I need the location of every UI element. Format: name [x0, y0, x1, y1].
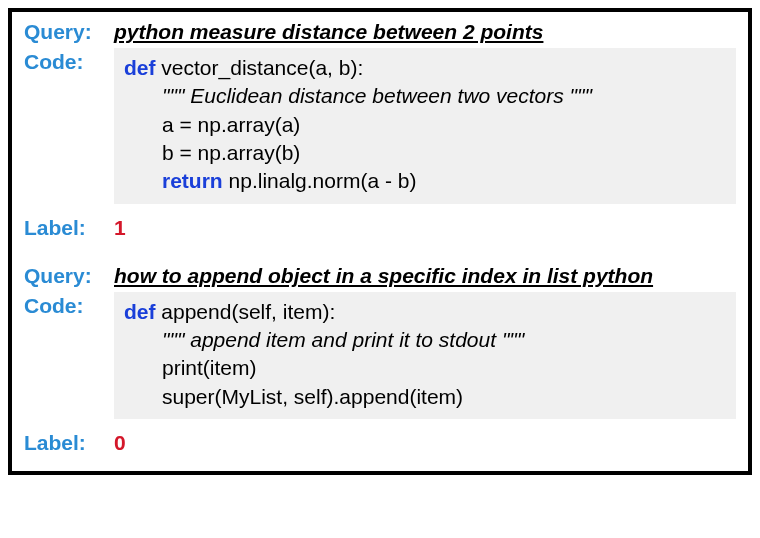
- example-1-code-row: Code: def vector_distance(a, b): """ Euc…: [24, 48, 736, 210]
- code-docstring: """ Euclidean distance between two vecto…: [124, 82, 726, 110]
- label-field-label: Label:: [24, 214, 114, 240]
- query-text: python measure distance between 2 points: [114, 18, 543, 44]
- keyword-def: def: [124, 56, 156, 79]
- query-field-label: Query:: [24, 262, 114, 288]
- label-field-label: Label:: [24, 429, 114, 455]
- example-1-query-row: Query: python measure distance between 2…: [24, 18, 736, 44]
- code-return-rest: np.linalg.norm(a - b): [223, 169, 417, 192]
- code-line-def: def vector_distance(a, b):: [124, 54, 726, 82]
- keyword-return: return: [162, 169, 223, 192]
- code-line-def: def append(self, item):: [124, 298, 726, 326]
- code-field-label: Code:: [24, 292, 114, 318]
- code-block: def vector_distance(a, b): """ Euclidean…: [114, 48, 736, 204]
- code-line: a = np.array(a): [124, 111, 726, 139]
- example-2-code-row: Code: def append(self, item): """ append…: [24, 292, 736, 425]
- query-text: how to append object in a specific index…: [114, 262, 653, 288]
- code-signature: append(self, item):: [156, 300, 336, 323]
- label-value: 0: [114, 429, 126, 455]
- code-field-label: Code:: [24, 48, 114, 74]
- example-2-label-row: Label: 0: [24, 429, 736, 455]
- code-line: print(item): [124, 354, 726, 382]
- label-value: 1: [114, 214, 126, 240]
- code-block: def append(self, item): """ append item …: [114, 292, 736, 419]
- keyword-def: def: [124, 300, 156, 323]
- examples-container: Query: python measure distance between 2…: [8, 8, 752, 475]
- spacer: [24, 244, 736, 262]
- query-field-label: Query:: [24, 18, 114, 44]
- code-signature: vector_distance(a, b):: [156, 56, 364, 79]
- example-2-query-row: Query: how to append object in a specifi…: [24, 262, 736, 288]
- example-1-label-row: Label: 1: [24, 214, 736, 240]
- code-docstring: """ append item and print it to stdout "…: [124, 326, 726, 354]
- code-line: super(MyList, self).append(item): [124, 383, 726, 411]
- code-line-return: return np.linalg.norm(a - b): [124, 167, 726, 195]
- code-line: b = np.array(b): [124, 139, 726, 167]
